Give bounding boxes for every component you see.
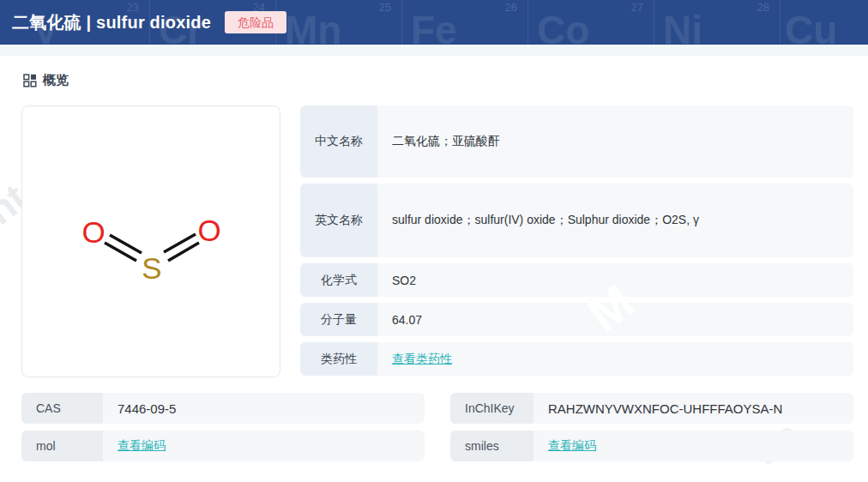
table-row-chinese-name: 中文名称 二氧化硫；亚硫酸酐 — [300, 105, 853, 178]
table-row-cas: CAS 7446-09-5 — [21, 393, 425, 424]
section-title: 概览 — [43, 72, 69, 88]
row-label: 分子量 — [300, 303, 377, 336]
table-row-druglikeness: 类药性 查看类药性 — [300, 342, 853, 376]
periodic-cell-fe: 26Fe — [402, 0, 528, 45]
row-label: InChIKey — [450, 393, 533, 424]
view-smiles-code-link[interactable]: 查看编码 — [548, 438, 596, 454]
row-label: 中文名称 — [300, 105, 377, 178]
periodic-cell-mn: 25Mn — [276, 0, 402, 45]
table-row-inchikey: InChIKey RAHZWNYVWXNFOC-UHFFFAOYSA-N — [450, 393, 853, 424]
molecule-structure-card: O O S — [21, 105, 280, 377]
periodic-cell-cu: 29Cu — [776, 0, 868, 45]
page-title: 二氧化硫 | sulfur dioxide — [12, 11, 211, 34]
so2-structure-image: O O S — [22, 106, 280, 377]
hazard-badge: 危险品 — [225, 11, 286, 33]
row-value: SO2 — [377, 263, 853, 297]
grid-overview-icon — [23, 74, 37, 87]
svg-text:O: O — [197, 214, 220, 247]
app-header: 23V 24Cr 25Mn 26Fe 27Co 28Ni 29Cu 二氧化硫 |… — [0, 0, 868, 45]
row-value: 64.07 — [377, 303, 853, 336]
row-label: 类药性 — [300, 342, 377, 376]
table-row-smiles: smiles 查看编码 — [450, 431, 853, 461]
table-row-english-name: 英文名称 sulfur dioxide；sulfur(IV) oxide；Sul… — [300, 184, 853, 257]
identifier-column-left: CAS 7446-09-5 mol 查看编码 — [21, 393, 425, 468]
svg-text:O: O — [81, 215, 105, 249]
row-label: 化学式 — [300, 263, 377, 297]
row-value: RAHZWNYVWXNFOC-UHFFFAOYSA-N — [533, 393, 853, 424]
periodic-cell-ni: 28Ni — [654, 0, 781, 45]
row-label: mol — [21, 431, 103, 461]
table-row-mol: mol 查看编码 — [21, 431, 425, 461]
view-mol-code-link[interactable]: 查看编码 — [118, 438, 166, 454]
table-row-molecular-weight: 分子量 64.07 — [300, 303, 853, 336]
identifier-column-right: InChIKey RAHZWNYVWXNFOC-UHFFFAOYSA-N smi… — [450, 393, 853, 468]
table-row-formula: 化学式 SO2 — [300, 263, 853, 297]
view-druglikeness-link[interactable]: 查看类药性 — [392, 352, 452, 367]
row-value: sulfur dioxide；sulfur(IV) oxide；Sulphur … — [377, 184, 853, 257]
row-label: CAS — [21, 393, 103, 424]
periodic-cell-co: 27Co — [528, 0, 654, 45]
row-value: 二氧化硫；亚硫酸酐 — [377, 105, 853, 178]
row-label: 英文名称 — [300, 184, 377, 257]
svg-text:S: S — [142, 251, 161, 285]
overview-table: 中文名称 二氧化硫；亚硫酸酐 英文名称 sulfur dioxide；sulfu… — [300, 105, 853, 376]
overview-section-header: 概览 — [23, 72, 69, 88]
row-value: 7446-09-5 — [103, 393, 425, 424]
row-label: smiles — [450, 431, 533, 461]
header-divider — [0, 45, 868, 56]
